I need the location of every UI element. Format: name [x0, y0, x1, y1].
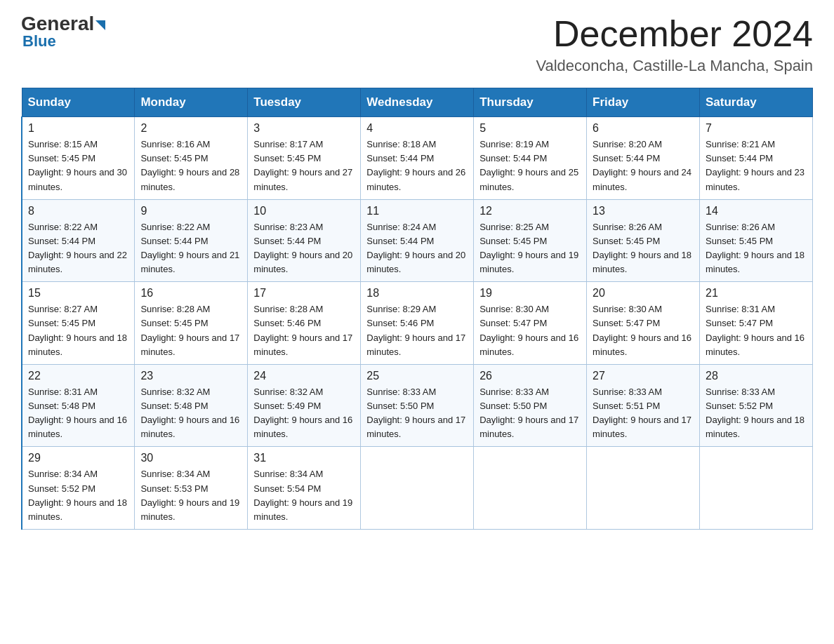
calendar-week-row: 8 Sunrise: 8:22 AMSunset: 5:44 PMDayligh… — [22, 199, 813, 282]
calendar-cell — [587, 447, 700, 530]
day-info: Sunrise: 8:20 AMSunset: 5:44 PMDaylight:… — [593, 139, 691, 192]
day-info: Sunrise: 8:28 AMSunset: 5:46 PMDaylight:… — [253, 304, 352, 356]
calendar-cell: 23 Sunrise: 8:32 AMSunset: 5:48 PMDaylig… — [135, 364, 248, 447]
day-info: Sunrise: 8:30 AMSunset: 5:47 PMDaylight:… — [593, 304, 691, 356]
weekday-header-friday: Friday — [587, 88, 700, 117]
day-info: Sunrise: 8:33 AMSunset: 5:50 PMDaylight:… — [479, 387, 578, 439]
calendar-week-row: 22 Sunrise: 8:31 AMSunset: 5:48 PMDaylig… — [22, 364, 813, 447]
day-number: 28 — [706, 370, 807, 382]
logo-arrow-icon — [95, 20, 105, 30]
calendar-cell — [361, 447, 474, 530]
weekday-header-thursday: Thursday — [474, 88, 587, 117]
day-info: Sunrise: 8:30 AMSunset: 5:47 PMDaylight:… — [479, 304, 578, 356]
day-number: 12 — [479, 205, 581, 217]
weekday-header-tuesday: Tuesday — [248, 88, 361, 117]
day-number: 29 — [28, 452, 128, 464]
calendar-cell: 7 Sunrise: 8:21 AMSunset: 5:44 PMDayligh… — [700, 117, 813, 200]
day-number: 7 — [706, 122, 807, 135]
calendar-cell: 18 Sunrise: 8:29 AMSunset: 5:46 PMDaylig… — [361, 282, 474, 365]
day-number: 16 — [140, 287, 241, 300]
weekday-header-sunday: Sunday — [22, 88, 135, 117]
logo-blue: Blue — [22, 32, 56, 51]
calendar-cell: 6 Sunrise: 8:20 AMSunset: 5:44 PMDayligh… — [587, 117, 700, 200]
day-info: Sunrise: 8:34 AMSunset: 5:52 PMDaylight:… — [28, 469, 127, 521]
logo: General Blue — [21, 14, 105, 51]
day-number: 15 — [28, 287, 128, 300]
day-number: 5 — [479, 122, 581, 135]
weekday-header-wednesday: Wednesday — [361, 88, 474, 117]
day-info: Sunrise: 8:16 AMSunset: 5:45 PMDaylight:… — [140, 139, 239, 192]
calendar-cell: 14 Sunrise: 8:26 AMSunset: 5:45 PMDaylig… — [700, 199, 813, 282]
calendar-week-row: 1 Sunrise: 8:15 AMSunset: 5:45 PMDayligh… — [22, 117, 813, 200]
calendar-cell: 30 Sunrise: 8:34 AMSunset: 5:53 PMDaylig… — [135, 447, 248, 530]
day-number: 27 — [593, 370, 694, 382]
calendar-cell: 11 Sunrise: 8:24 AMSunset: 5:44 PMDaylig… — [361, 199, 474, 282]
day-info: Sunrise: 8:15 AMSunset: 5:45 PMDaylight:… — [28, 139, 127, 192]
day-info: Sunrise: 8:31 AMSunset: 5:47 PMDaylight:… — [706, 304, 805, 356]
day-info: Sunrise: 8:34 AMSunset: 5:54 PMDaylight:… — [253, 469, 352, 521]
calendar-cell: 27 Sunrise: 8:33 AMSunset: 5:51 PMDaylig… — [587, 364, 700, 447]
day-number: 9 — [140, 205, 241, 217]
weekday-header-monday: Monday — [135, 88, 248, 117]
calendar-cell: 21 Sunrise: 8:31 AMSunset: 5:47 PMDaylig… — [700, 282, 813, 365]
day-number: 18 — [366, 287, 468, 300]
page-header: General Blue December 2024 Valdeconcha, … — [21, 14, 813, 75]
day-info: Sunrise: 8:21 AMSunset: 5:44 PMDaylight:… — [706, 139, 805, 192]
title-block: December 2024 Valdeconcha, Castille-La M… — [536, 14, 813, 75]
day-number: 20 — [593, 287, 694, 300]
calendar-cell: 1 Sunrise: 8:15 AMSunset: 5:45 PMDayligh… — [22, 117, 135, 200]
calendar-week-row: 15 Sunrise: 8:27 AMSunset: 5:45 PMDaylig… — [22, 282, 813, 365]
day-info: Sunrise: 8:22 AMSunset: 5:44 PMDaylight:… — [140, 222, 239, 274]
calendar-cell: 12 Sunrise: 8:25 AMSunset: 5:45 PMDaylig… — [474, 199, 587, 282]
day-number: 13 — [593, 205, 694, 217]
calendar-cell: 10 Sunrise: 8:23 AMSunset: 5:44 PMDaylig… — [248, 199, 361, 282]
day-info: Sunrise: 8:18 AMSunset: 5:44 PMDaylight:… — [366, 139, 465, 192]
day-info: Sunrise: 8:29 AMSunset: 5:46 PMDaylight:… — [366, 304, 465, 356]
day-number: 19 — [479, 287, 581, 300]
calendar-cell: 8 Sunrise: 8:22 AMSunset: 5:44 PMDayligh… — [22, 199, 135, 282]
calendar-cell: 24 Sunrise: 8:32 AMSunset: 5:49 PMDaylig… — [248, 364, 361, 447]
day-number: 3 — [253, 122, 355, 135]
calendar-cell — [474, 447, 587, 530]
day-info: Sunrise: 8:22 AMSunset: 5:44 PMDaylight:… — [28, 222, 127, 274]
day-info: Sunrise: 8:23 AMSunset: 5:44 PMDaylight:… — [253, 222, 352, 274]
calendar-cell: 20 Sunrise: 8:30 AMSunset: 5:47 PMDaylig… — [587, 282, 700, 365]
day-number: 1 — [28, 122, 128, 135]
calendar-table: SundayMondayTuesdayWednesdayThursdayFrid… — [21, 88, 813, 530]
calendar-cell: 9 Sunrise: 8:22 AMSunset: 5:44 PMDayligh… — [135, 199, 248, 282]
day-info: Sunrise: 8:33 AMSunset: 5:52 PMDaylight:… — [706, 387, 805, 439]
calendar-week-row: 29 Sunrise: 8:34 AMSunset: 5:52 PMDaylig… — [22, 447, 813, 530]
day-info: Sunrise: 8:33 AMSunset: 5:51 PMDaylight:… — [593, 387, 691, 439]
day-number: 21 — [706, 287, 807, 300]
day-number: 8 — [28, 205, 128, 217]
calendar-cell: 29 Sunrise: 8:34 AMSunset: 5:52 PMDaylig… — [22, 447, 135, 530]
calendar-cell: 13 Sunrise: 8:26 AMSunset: 5:45 PMDaylig… — [587, 199, 700, 282]
day-number: 26 — [479, 370, 581, 382]
weekday-header-row: SundayMondayTuesdayWednesdayThursdayFrid… — [22, 88, 813, 117]
day-number: 22 — [28, 370, 128, 382]
calendar-cell: 16 Sunrise: 8:28 AMSunset: 5:45 PMDaylig… — [135, 282, 248, 365]
day-number: 31 — [253, 452, 355, 464]
day-number: 24 — [253, 370, 355, 382]
calendar-cell: 26 Sunrise: 8:33 AMSunset: 5:50 PMDaylig… — [474, 364, 587, 447]
day-info: Sunrise: 8:26 AMSunset: 5:45 PMDaylight:… — [593, 222, 691, 274]
day-number: 4 — [366, 122, 468, 135]
day-info: Sunrise: 8:27 AMSunset: 5:45 PMDaylight:… — [28, 304, 127, 356]
location-title: Valdeconcha, Castille-La Mancha, Spain — [536, 57, 813, 75]
day-info: Sunrise: 8:34 AMSunset: 5:53 PMDaylight:… — [140, 469, 239, 521]
calendar-cell: 5 Sunrise: 8:19 AMSunset: 5:44 PMDayligh… — [474, 117, 587, 200]
calendar-cell: 28 Sunrise: 8:33 AMSunset: 5:52 PMDaylig… — [700, 364, 813, 447]
day-info: Sunrise: 8:28 AMSunset: 5:45 PMDaylight:… — [140, 304, 239, 356]
calendar-cell: 17 Sunrise: 8:28 AMSunset: 5:46 PMDaylig… — [248, 282, 361, 365]
day-info: Sunrise: 8:26 AMSunset: 5:45 PMDaylight:… — [706, 222, 805, 274]
day-info: Sunrise: 8:17 AMSunset: 5:45 PMDaylight:… — [253, 139, 352, 192]
day-number: 11 — [366, 205, 468, 217]
calendar-cell: 25 Sunrise: 8:33 AMSunset: 5:50 PMDaylig… — [361, 364, 474, 447]
day-number: 17 — [253, 287, 355, 300]
logo-general: General — [21, 14, 94, 34]
day-number: 30 — [140, 452, 241, 464]
calendar-cell: 19 Sunrise: 8:30 AMSunset: 5:47 PMDaylig… — [474, 282, 587, 365]
day-info: Sunrise: 8:31 AMSunset: 5:48 PMDaylight:… — [28, 387, 127, 439]
day-number: 23 — [140, 370, 241, 382]
calendar-cell — [700, 447, 813, 530]
